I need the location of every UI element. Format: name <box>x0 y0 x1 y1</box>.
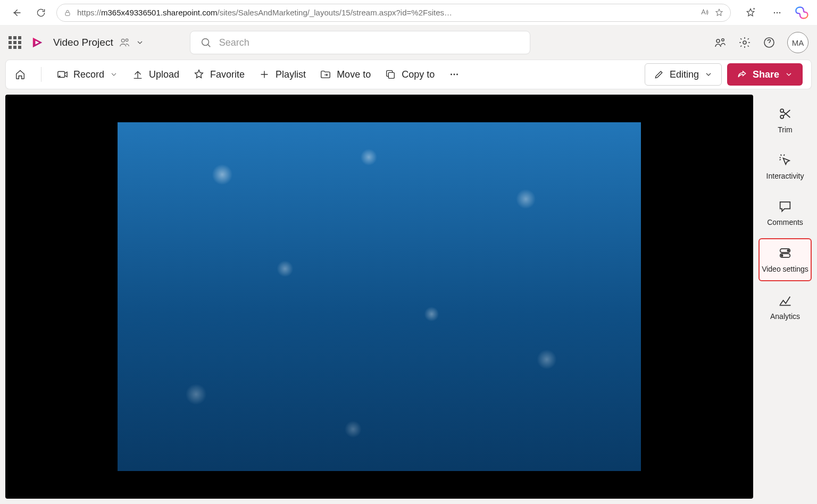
upload-button[interactable]: Upload <box>132 69 179 80</box>
comments-tab[interactable]: Comments <box>758 192 812 233</box>
svg-point-20 <box>787 249 790 252</box>
browser-bar: https://m365x49336501.sharepoint.com/sit… <box>0 0 817 26</box>
pencil-icon <box>654 69 664 80</box>
svg-point-5 <box>126 39 128 41</box>
comment-icon <box>778 199 793 214</box>
chevron-down-icon <box>704 70 713 79</box>
document-title-area[interactable]: Video Project <box>53 37 144 48</box>
svg-rect-13 <box>388 72 394 78</box>
favorite-label: Favorite <box>210 69 245 80</box>
url-text: https://m365x49336501.sharepoint.com/sit… <box>77 8 694 17</box>
playlist-button[interactable]: Playlist <box>259 69 306 80</box>
people-icon <box>119 37 130 48</box>
star-plus-icon <box>745 7 756 18</box>
move-to-button[interactable]: Move to <box>320 69 371 80</box>
editing-label: Editing <box>670 69 699 80</box>
read-aloud-icon[interactable] <box>699 8 709 18</box>
svg-point-14 <box>451 74 452 75</box>
trim-tab[interactable]: Trim <box>758 100 812 141</box>
editing-mode-button[interactable]: Editing <box>645 63 722 86</box>
toolbar-right: Editing Share <box>645 63 803 86</box>
separator <box>41 67 41 82</box>
ellipsis-icon <box>772 7 782 18</box>
record-button[interactable]: Record <box>56 69 118 80</box>
video-stage[interactable] <box>5 95 753 499</box>
svg-point-1 <box>774 12 776 13</box>
svg-point-7 <box>716 39 720 43</box>
search-input[interactable] <box>219 37 520 48</box>
svg-rect-0 <box>65 12 70 15</box>
share-button[interactable]: Share <box>727 63 803 86</box>
app-header: Video Project MA <box>0 26 817 60</box>
star-icon <box>193 69 205 80</box>
copy-icon <box>385 69 396 80</box>
svg-point-6 <box>202 39 209 46</box>
address-bar[interactable]: https://m365x49336501.sharepoint.com/sit… <box>56 4 731 22</box>
avatar[interactable]: MA <box>787 32 808 53</box>
teams-share-icon[interactable] <box>714 36 727 49</box>
record-label: Record <box>73 69 104 80</box>
stream-logo-icon[interactable] <box>30 35 45 50</box>
video-frame <box>118 122 641 471</box>
svg-point-3 <box>779 12 781 13</box>
svg-point-9 <box>743 41 746 44</box>
svg-point-8 <box>722 39 724 41</box>
avatar-initials: MA <box>792 38 804 47</box>
comments-label: Comments <box>767 218 803 227</box>
plus-icon <box>259 69 270 80</box>
chevron-down-icon <box>110 70 118 79</box>
app-launcher[interactable] <box>9 36 21 49</box>
copy-to-button[interactable]: Copy to <box>385 69 435 80</box>
favorite-button[interactable]: Favorite <box>193 69 245 80</box>
chevron-down-icon <box>785 70 793 79</box>
content-area: Trim Interactivity Comments Video settin… <box>0 89 817 504</box>
toolbar-left: Record Upload Favorite Playlist Move to <box>14 67 640 82</box>
home-icon <box>14 69 26 80</box>
svg-point-2 <box>777 12 778 13</box>
video-settings-label: Video settings <box>762 265 808 274</box>
analytics-tab[interactable]: Analytics <box>758 287 812 327</box>
analytics-icon <box>778 293 793 308</box>
chevron-down-icon <box>136 38 144 47</box>
back-button[interactable] <box>7 4 26 22</box>
more-actions-button[interactable] <box>448 69 460 80</box>
lock-icon <box>63 9 72 17</box>
interactivity-label: Interactivity <box>766 172 804 181</box>
analytics-label: Analytics <box>770 312 800 321</box>
home-button[interactable] <box>14 69 26 80</box>
cursor-click-icon <box>778 153 793 167</box>
copy-to-label: Copy to <box>402 69 435 80</box>
trim-label: Trim <box>778 125 792 135</box>
toolbar-wrap: Record Upload Favorite Playlist Move to <box>0 60 817 89</box>
svg-point-22 <box>781 255 783 257</box>
refresh-button[interactable] <box>32 4 50 22</box>
upload-label: Upload <box>149 69 179 80</box>
interactivity-tab[interactable]: Interactivity <box>758 146 812 187</box>
toolbar: Record Upload Favorite Playlist Move to <box>5 60 812 89</box>
header-right: MA <box>714 32 808 53</box>
document-title: Video Project <box>53 37 113 48</box>
arrow-left-icon <box>11 7 22 18</box>
more-button[interactable] <box>768 4 786 22</box>
share-label: Share <box>753 69 779 80</box>
browser-right-icons <box>737 4 810 22</box>
favorites-button[interactable] <box>741 4 760 22</box>
scissors-icon <box>778 106 793 121</box>
svg-point-16 <box>456 74 458 75</box>
upload-icon <box>132 69 144 80</box>
help-icon[interactable] <box>763 36 776 49</box>
toggles-icon <box>778 246 793 261</box>
search-icon <box>200 37 212 48</box>
record-icon <box>56 69 68 80</box>
ellipsis-icon <box>448 69 460 80</box>
playlist-label: Playlist <box>276 69 306 80</box>
gear-icon[interactable] <box>738 36 751 49</box>
svg-point-15 <box>454 74 455 75</box>
search-box[interactable] <box>190 31 530 54</box>
move-to-label: Move to <box>337 69 371 80</box>
copilot-icon[interactable] <box>795 5 810 20</box>
star-outline-icon[interactable] <box>714 8 724 18</box>
refresh-icon <box>36 7 46 18</box>
move-icon <box>320 69 331 80</box>
video-settings-tab[interactable]: Video settings <box>758 238 812 281</box>
